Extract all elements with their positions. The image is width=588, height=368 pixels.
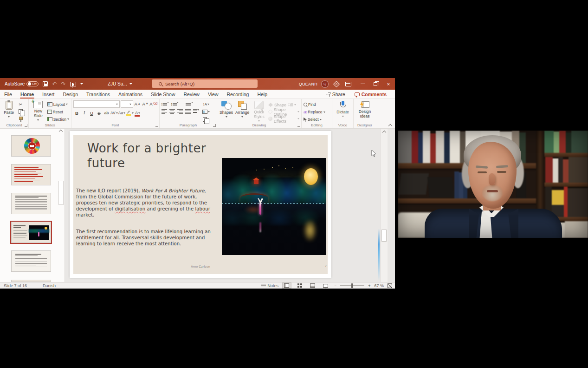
align-text-button[interactable]: [202, 109, 210, 114]
dictate-button[interactable]: Dictate: [335, 100, 350, 122]
change-case-button[interactable]: Aa: [118, 110, 125, 116]
tab-recording[interactable]: Recording: [223, 90, 253, 99]
slide-sorter-button[interactable]: [295, 283, 304, 289]
paste-button[interactable]: Paste: [2, 100, 16, 122]
search-input[interactable]: Search (Alt+Q): [152, 79, 258, 88]
reset-button[interactable]: Reset: [47, 109, 69, 115]
italic-button[interactable]: I: [81, 110, 88, 116]
zoom-out-button[interactable]: −: [334, 283, 336, 288]
bullets-button[interactable]: [162, 102, 169, 106]
collapse-ribbon-icon[interactable]: [389, 124, 392, 126]
strike-ab-button[interactable]: ab: [103, 110, 110, 116]
tab-help[interactable]: Help: [253, 90, 271, 99]
font-size-combo[interactable]: [121, 100, 133, 108]
layout-button[interactable]: Layout: [47, 101, 69, 107]
slide-image-night-scene[interactable]: [222, 158, 326, 255]
close-button[interactable]: ×: [382, 78, 395, 90]
vertical-scrollbar[interactable]: [380, 129, 388, 282]
underline-button[interactable]: U: [88, 110, 95, 116]
tab-design[interactable]: Design: [58, 90, 82, 99]
find-button[interactable]: Find: [304, 102, 325, 107]
design-ideas-button[interactable]: Design Ideas: [355, 100, 374, 122]
autosave-switch-icon[interactable]: Off: [26, 81, 39, 86]
columns-button[interactable]: [193, 109, 199, 114]
shrink-font-button[interactable]: A▼: [142, 100, 149, 107]
tab-animations[interactable]: Animations: [114, 90, 147, 99]
justify-button[interactable]: [185, 109, 191, 114]
comments-button[interactable]: Comments: [351, 91, 390, 98]
cut-button[interactable]: ✂: [17, 101, 24, 107]
zoom-level[interactable]: 67 %: [374, 283, 384, 288]
thumb-scroll-up-icon[interactable]: [59, 130, 63, 133]
scroll-up-icon[interactable]: [382, 131, 386, 134]
user-name[interactable]: QUEANH: [299, 82, 317, 86]
paragraph-dialog-launcher-icon[interactable]: [213, 124, 216, 127]
avatar[interactable]: Q: [321, 80, 329, 88]
start-slideshow-icon[interactable]: [70, 82, 76, 86]
grow-font-button[interactable]: A▲: [134, 100, 141, 107]
character-spacing-button[interactable]: AV: [110, 110, 118, 116]
undo-icon[interactable]: ↶: [52, 81, 57, 87]
autosave-toggle[interactable]: AutoSave Off: [5, 81, 39, 86]
zoom-slider[interactable]: [340, 285, 364, 286]
font-name-combo[interactable]: [73, 100, 120, 108]
language-indicator[interactable]: Danish: [43, 283, 56, 288]
new-slide-button[interactable]: New Slide: [31, 100, 46, 122]
redo-icon[interactable]: ↷: [61, 81, 65, 87]
drawing-dialog-launcher-icon[interactable]: [297, 124, 300, 127]
clear-formatting-button[interactable]: A⌫: [150, 100, 157, 107]
tab-review[interactable]: Review: [180, 90, 204, 99]
save-icon[interactable]: [43, 81, 48, 86]
restore-button[interactable]: [369, 78, 382, 90]
tab-insert[interactable]: Insert: [38, 90, 58, 99]
share-button[interactable]: Share: [322, 91, 349, 98]
font-dialog-launcher-icon[interactable]: [155, 124, 158, 127]
clipboard-dialog-launcher-icon[interactable]: [25, 124, 27, 127]
tab-file[interactable]: File: [0, 90, 16, 99]
document-title[interactable]: ZJU Su...: [108, 78, 132, 90]
align-right-button[interactable]: [177, 109, 183, 114]
zoom-slider-thumb[interactable]: [351, 283, 353, 288]
slide-title[interactable]: Work for a brighter future: [87, 141, 217, 171]
smartart-button[interactable]: [202, 117, 210, 122]
align-center-button[interactable]: [169, 109, 175, 114]
slide-body-text[interactable]: The new ILO report (2019), Work For A Br…: [76, 188, 216, 247]
thumbnail-slide-7-selected[interactable]: [11, 222, 51, 243]
reading-view-button[interactable]: [308, 283, 317, 289]
thumbnail-slide-6[interactable]: [11, 193, 51, 214]
text-direction-button[interactable]: ↕A: [202, 101, 210, 107]
minimize-button[interactable]: [356, 78, 369, 90]
thumbnail-slide-8[interactable]: [11, 250, 51, 272]
tab-slideshow[interactable]: Slide Show: [147, 90, 180, 99]
thumb-scrollbar[interactable]: [58, 181, 64, 205]
webcam-video-feed[interactable]: [398, 131, 588, 238]
gem-icon[interactable]: [333, 80, 340, 87]
strikethrough-button[interactable]: S: [96, 110, 103, 116]
select-button[interactable]: Select: [304, 117, 325, 122]
thumbnail-slide-5[interactable]: [11, 164, 51, 185]
section-button[interactable]: Section: [47, 116, 69, 122]
shapes-button[interactable]: Shapes: [219, 100, 233, 122]
zoom-in-button[interactable]: +: [368, 283, 370, 288]
slideshow-view-button[interactable]: [321, 283, 330, 289]
align-left-button[interactable]: [162, 109, 167, 114]
shape-effects-button[interactable]: Shape Effects: [268, 116, 299, 122]
thumbnail-slide-4[interactable]: [11, 135, 51, 157]
highlight-button[interactable]: [126, 110, 134, 116]
fit-window-icon[interactable]: [388, 283, 392, 288]
bold-button[interactable]: B: [73, 110, 80, 116]
arrange-button[interactable]: Arrange: [235, 100, 250, 122]
replace-button[interactable]: abReplace: [304, 109, 325, 115]
normal-view-button[interactable]: [282, 283, 291, 289]
scrollbar-thumb[interactable]: [381, 230, 387, 242]
customize-toolbar-icon[interactable]: [80, 83, 83, 85]
line-spacing-button[interactable]: [186, 102, 193, 106]
format-painter-button[interactable]: [17, 117, 24, 122]
notes-button[interactable]: Notes: [261, 283, 278, 288]
font-color-button[interactable]: A: [134, 110, 141, 116]
numbering-button[interactable]: [171, 102, 179, 106]
tab-home[interactable]: Home: [16, 90, 38, 99]
slide-page[interactable]: Work for a brighter future The new ILO r…: [70, 131, 331, 278]
slide-counter[interactable]: Slide 7 of 16: [4, 283, 27, 288]
tab-view[interactable]: View: [204, 90, 223, 99]
